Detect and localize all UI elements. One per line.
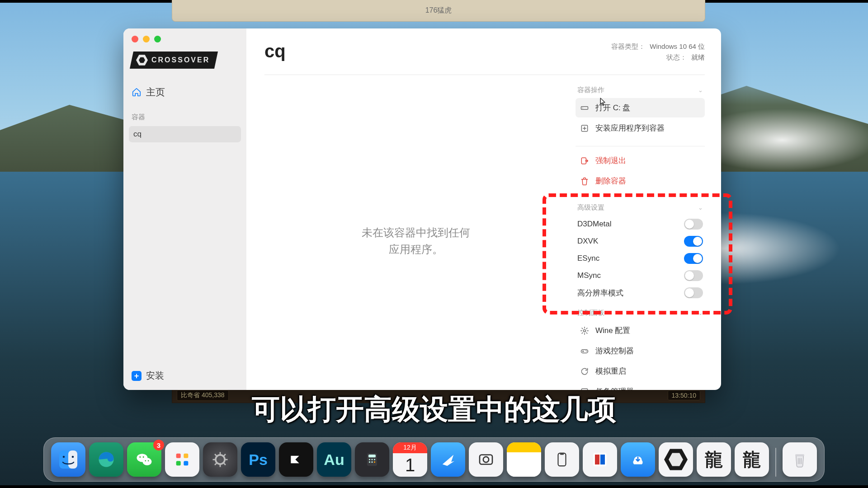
gamepad-icon bbox=[580, 347, 589, 356]
dock-app-crossover[interactable] bbox=[659, 442, 693, 477]
svg-point-1 bbox=[582, 108, 583, 108]
switch-msync[interactable] bbox=[684, 270, 703, 281]
empty-state-line: 应用程序。 bbox=[362, 241, 470, 258]
dock-app-capcut[interactable] bbox=[279, 442, 313, 477]
sidebar-section-containers: 容器 bbox=[123, 103, 246, 124]
app-logo: CROSSOVER bbox=[123, 42, 246, 81]
chevron-down-icon: ⌄ bbox=[698, 204, 703, 211]
action-label: 游戏控制器 bbox=[595, 346, 634, 356]
action-force-quit[interactable]: 强制退出 bbox=[576, 151, 705, 170]
dock-app-thunderbird[interactable] bbox=[431, 442, 465, 477]
sidebar-item-label: 主页 bbox=[146, 86, 165, 99]
page-title: cq bbox=[264, 41, 286, 61]
action-label: Wine 配置 bbox=[595, 325, 630, 336]
group-advanced[interactable]: 高级设置 ⌄ bbox=[576, 201, 705, 216]
install-button[interactable]: + 安装 bbox=[123, 362, 246, 390]
window-minimize-button[interactable] bbox=[143, 36, 150, 42]
dock-app-game-1[interactable]: 龍 bbox=[697, 442, 731, 477]
gear-icon bbox=[580, 326, 589, 335]
svg-rect-8 bbox=[581, 389, 587, 390]
switch-d3dmetal[interactable] bbox=[684, 219, 703, 230]
action-task-manager[interactable]: 任务管理器 bbox=[576, 382, 705, 390]
group-label: 容器操作 bbox=[577, 86, 604, 94]
sidebar-item-label: cq bbox=[133, 130, 142, 138]
svg-rect-26 bbox=[368, 455, 376, 457]
action-delete-container[interactable]: 删除容器 bbox=[576, 171, 705, 191]
calendar-day: 1 bbox=[393, 453, 427, 477]
window-close-button[interactable] bbox=[132, 36, 138, 42]
dock-app-finder[interactable] bbox=[51, 442, 85, 477]
svg-point-16 bbox=[139, 456, 141, 458]
crossover-window: CROSSOVER 主页 容器 cq + 安装 cq bbox=[123, 28, 721, 390]
action-wine-config[interactable]: Wine 配置 bbox=[576, 321, 705, 340]
switch-dxvk[interactable] bbox=[684, 236, 703, 247]
calendar-month: 12月 bbox=[393, 442, 427, 453]
dock-app-launchpad[interactable] bbox=[165, 442, 199, 477]
letterbox bbox=[0, 485, 868, 488]
svg-rect-35 bbox=[558, 453, 566, 466]
meta-type-key: 容器类型： bbox=[611, 42, 645, 50]
action-open-c-drive[interactable]: 打开 C: 盘 bbox=[576, 98, 705, 117]
toggle-label: DXVK bbox=[577, 237, 598, 246]
window-zoom-button[interactable] bbox=[154, 36, 161, 42]
home-icon bbox=[132, 87, 142, 97]
restart-icon bbox=[580, 367, 589, 376]
svg-point-29 bbox=[374, 459, 375, 460]
switch-esync[interactable] bbox=[684, 253, 703, 264]
dock-app-calculator[interactable] bbox=[355, 442, 389, 477]
dock-app-photoshop[interactable]: Ps bbox=[241, 442, 275, 477]
action-label: 模拟重启 bbox=[595, 366, 626, 376]
toggle-dxvk: DXVK bbox=[576, 233, 705, 250]
svg-rect-38 bbox=[595, 455, 599, 465]
dock-app-wechat[interactable]: 3 bbox=[127, 442, 161, 477]
background-window-titlebar[interactable]: 176猛虎 bbox=[172, 0, 705, 22]
action-label: 打开 C: 盘 bbox=[595, 103, 630, 113]
app-logo-text: CROSSOVER bbox=[151, 56, 210, 64]
svg-point-15 bbox=[142, 458, 151, 465]
dock-app-iphone-mirroring[interactable] bbox=[545, 442, 579, 477]
empty-state-message: 未在该容器中找到任何 应用程序。 bbox=[362, 224, 470, 258]
svg-rect-20 bbox=[176, 454, 181, 458]
group-label: 控制面板 bbox=[577, 309, 604, 317]
exit-icon bbox=[580, 156, 589, 165]
action-label: 强制退出 bbox=[595, 155, 626, 166]
action-label: 安装应用程序到容器 bbox=[595, 123, 665, 133]
switch-hidpi[interactable] bbox=[684, 287, 703, 298]
svg-point-12 bbox=[72, 456, 74, 458]
dock-app-calendar[interactable]: 12月 1 bbox=[393, 442, 427, 477]
group-container-ops[interactable]: 容器操作 ⌄ bbox=[576, 83, 705, 98]
dock-app-screenshot[interactable] bbox=[469, 442, 503, 477]
svg-rect-23 bbox=[184, 461, 188, 465]
empty-state-line: 未在该容器中找到任何 bbox=[362, 224, 470, 241]
meta-status-val: 就绪 bbox=[691, 53, 705, 61]
chevron-down-icon: ⌄ bbox=[698, 87, 703, 94]
dock-trash[interactable] bbox=[783, 442, 817, 477]
window-controls bbox=[123, 28, 246, 42]
svg-point-19 bbox=[148, 460, 149, 461]
sidebar: CROSSOVER 主页 容器 cq + 安装 bbox=[123, 28, 246, 390]
svg-point-4 bbox=[584, 329, 586, 332]
dock-app-notes[interactable] bbox=[507, 442, 541, 477]
sidebar-container-cq[interactable]: cq bbox=[129, 126, 241, 142]
toggle-label: ESync bbox=[577, 254, 599, 263]
toggle-label: MSync bbox=[577, 271, 601, 280]
dock-app-parallels[interactable] bbox=[583, 442, 617, 477]
dock-app-downloader[interactable] bbox=[621, 442, 655, 477]
dock-app-audition[interactable]: Au bbox=[317, 442, 351, 477]
game-location: 比奇省 405,338 bbox=[177, 390, 229, 401]
action-simulate-restart[interactable]: 模拟重启 bbox=[576, 361, 705, 381]
svg-point-17 bbox=[143, 456, 144, 458]
dock-app-edge[interactable] bbox=[89, 442, 123, 477]
action-install-app[interactable]: 安装应用程序到容器 bbox=[576, 118, 705, 138]
group-control-panel[interactable]: 控制面板 ⌄ bbox=[576, 306, 705, 321]
sidebar-item-home[interactable]: 主页 bbox=[123, 81, 246, 103]
dock-app-system-settings[interactable] bbox=[203, 442, 237, 477]
svg-point-32 bbox=[374, 461, 375, 463]
svg-rect-39 bbox=[600, 455, 605, 465]
crossover-hex-icon bbox=[136, 54, 148, 66]
action-game-controller[interactable]: 游戏控制器 bbox=[576, 341, 705, 361]
task-manager-icon bbox=[580, 387, 589, 390]
dock-app-game-2[interactable]: 龍 bbox=[735, 442, 769, 477]
action-label: 任务管理器 bbox=[595, 386, 634, 390]
dock-badge: 3 bbox=[153, 440, 164, 450]
